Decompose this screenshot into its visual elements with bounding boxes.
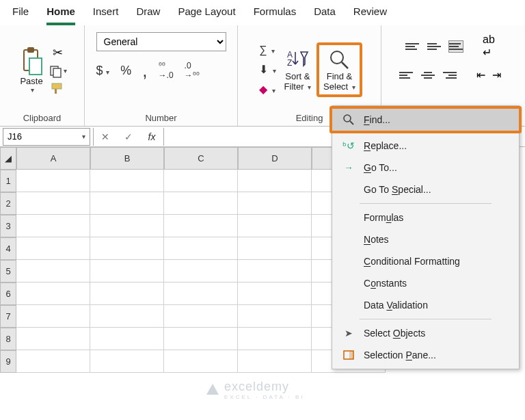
currency-button[interactable]: $ ▾ — [96, 64, 110, 78]
arrow-right-icon: → — [342, 162, 355, 173]
tab-draw[interactable]: Draw — [136, 3, 160, 25]
menu-data-validation[interactable]: Data Validation — [332, 294, 519, 316]
clipboard-icon — [20, 46, 43, 76]
menu-constants[interactable]: Constants — [332, 272, 519, 294]
magnifier-icon — [342, 114, 355, 125]
group-clipboard-label: Clipboard — [23, 111, 62, 126]
chevron-down-icon: ▾ — [82, 133, 85, 140]
align-top-button[interactable] — [405, 40, 420, 53]
cancel-formula-button[interactable]: ✕ — [94, 131, 117, 142]
copy-icon[interactable]: ▾ — [49, 64, 67, 78]
menu-select-objects[interactable]: ➤ Select Objects — [332, 322, 519, 344]
fx-button[interactable]: fx — [140, 131, 163, 142]
col-header[interactable]: C — [164, 147, 238, 170]
logo-icon — [205, 382, 220, 397]
svg-rect-6 — [55, 89, 57, 94]
cut-icon[interactable]: ✂ — [49, 45, 67, 60]
menu-goto-special[interactable]: Go To Special... — [332, 179, 519, 200]
row-header[interactable]: 1 — [0, 170, 16, 192]
group-number: General $ ▾ % , ⁰⁰→.0 .0→⁰⁰ Number — [85, 25, 238, 126]
sort-filter-button[interactable]: AZ Sort & Filter ▾ — [282, 47, 314, 93]
enter-formula-button[interactable]: ✓ — [117, 131, 140, 142]
menu-find[interactable]: Find... — [332, 109, 519, 131]
svg-rect-1 — [27, 47, 34, 53]
cursor-icon: ➤ — [342, 328, 355, 339]
decrease-indent-button[interactable]: ⇤ — [476, 68, 485, 81]
menu-goto[interactable]: → Go To... — [332, 157, 519, 179]
number-format-select[interactable]: General — [96, 32, 226, 51]
group-number-label: Number — [145, 111, 176, 126]
paste-button[interactable]: Paste ▾ — [17, 44, 46, 95]
fill-button[interactable]: ⬇ ▾ — [259, 63, 275, 76]
group-editing-label: Editing — [296, 111, 323, 126]
menu-conditional-formatting[interactable]: Conditional Formatting — [332, 250, 519, 272]
col-header[interactable]: D — [238, 147, 312, 170]
row-header[interactable]: 2 — [0, 192, 16, 215]
svg-marker-11 — [206, 384, 219, 395]
tab-page-layout[interactable]: Page Layout — [178, 3, 235, 25]
tab-review[interactable]: Review — [353, 3, 387, 25]
autosum-button[interactable]: ∑ ▾ — [259, 44, 275, 56]
pane-icon — [342, 350, 355, 360]
align-bottom-button[interactable] — [448, 40, 463, 53]
svg-rect-15 — [349, 351, 353, 359]
decrease-decimal-button[interactable]: .0→⁰⁰ — [185, 61, 200, 80]
align-right-button[interactable] — [442, 69, 457, 81]
align-middle-button[interactable] — [427, 40, 442, 53]
menu-replace[interactable]: ᵇ↺ Replace... — [332, 135, 519, 157]
percent-button[interactable]: % — [120, 64, 131, 78]
svg-point-12 — [344, 115, 351, 122]
paste-label: Paste — [20, 76, 42, 86]
ribbon-tabs: File Home Insert Draw Page Layout Formul… — [0, 0, 525, 25]
tab-file[interactable]: File — [12, 3, 29, 25]
menu-formulas[interactable]: Formulas — [332, 207, 519, 228]
svg-rect-5 — [52, 83, 62, 89]
replace-icon: ᵇ↺ — [342, 140, 355, 151]
svg-rect-2 — [29, 58, 42, 75]
col-header[interactable]: A — [16, 147, 90, 170]
menu-selection-pane[interactable]: Selection Pane... — [332, 344, 519, 366]
sort-filter-icon: AZ — [286, 48, 309, 71]
find-select-menu: Find... ᵇ↺ Replace... → Go To... Go To S… — [332, 105, 520, 369]
svg-line-10 — [342, 62, 348, 68]
group-clipboard: Paste ▾ ✂ ▾ Clipboard — [0, 25, 85, 126]
watermark: exceldemy EXCEL · DATA · BI — [205, 380, 305, 400]
magnifier-icon — [327, 48, 351, 71]
format-painter-icon[interactable] — [49, 82, 67, 94]
align-left-button[interactable] — [399, 69, 414, 81]
comma-button[interactable]: , — [142, 67, 147, 74]
row-header[interactable]: 8 — [0, 328, 16, 350]
col-header[interactable]: B — [90, 147, 164, 170]
clear-button[interactable]: ◆ ▾ — [259, 83, 275, 96]
row-header[interactable]: 5 — [0, 260, 16, 283]
svg-line-13 — [350, 121, 353, 124]
name-box[interactable]: J16 ▾ — [3, 128, 90, 146]
svg-text:Z: Z — [287, 58, 292, 68]
svg-point-9 — [331, 51, 343, 64]
name-box-value: J16 — [8, 131, 22, 142]
tab-insert[interactable]: Insert — [93, 3, 119, 25]
svg-rect-4 — [53, 68, 61, 77]
wrap-text-button[interactable]: ab↵ — [483, 34, 495, 59]
tab-formulas[interactable]: Formulas — [254, 3, 297, 25]
find-select-button[interactable]: Find & Select ▾ — [317, 42, 362, 97]
select-all-corner[interactable]: ◢ — [0, 147, 16, 170]
tab-home[interactable]: Home — [46, 3, 75, 25]
chevron-down-icon: ▾ — [31, 86, 34, 94]
menu-notes[interactable]: Notes — [332, 228, 519, 250]
row-header[interactable]: 3 — [0, 215, 16, 237]
increase-indent-button[interactable]: ⇥ — [492, 68, 501, 81]
row-header[interactable]: 7 — [0, 305, 16, 328]
row-header[interactable]: 4 — [0, 237, 16, 260]
watermark-tag: EXCEL · DATA · BI — [224, 394, 305, 400]
row-header[interactable]: 9 — [0, 350, 16, 373]
increase-decimal-button[interactable]: ⁰⁰→.0 — [159, 61, 174, 80]
align-center-button[interactable] — [420, 69, 435, 81]
row-header[interactable]: 6 — [0, 283, 16, 305]
watermark-brand: exceldemy — [224, 380, 289, 393]
tab-data[interactable]: Data — [314, 3, 336, 25]
